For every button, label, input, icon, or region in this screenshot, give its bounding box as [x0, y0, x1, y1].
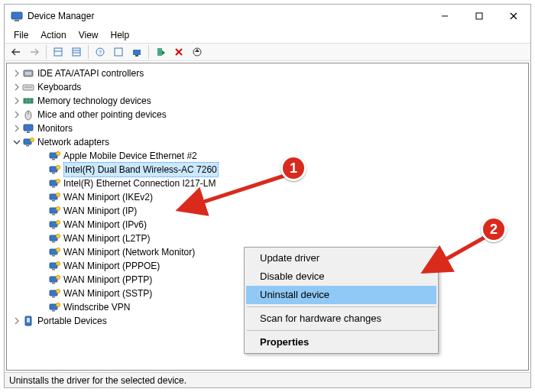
svg-rect-65	[52, 283, 55, 284]
ctx-separator	[247, 330, 436, 331]
ctx-update-driver[interactable]: Update driver	[246, 249, 436, 267]
tree-label: WAN Miniport (PPPOE)	[63, 259, 160, 273]
network-adapter-icon	[48, 232, 60, 245]
toolbar-icon[interactable]	[110, 44, 127, 60]
chevron-icon[interactable]	[11, 82, 22, 92]
tree-label: Apple Mobile Device Ethernet #2	[63, 149, 197, 163]
tree-label: Intel(R) Dual Band Wireless-AC 7260	[63, 162, 219, 177]
ctx-scan-hardware[interactable]: Scan for hardware changes	[246, 309, 436, 328]
svg-point-60	[57, 248, 60, 252]
tree-device[interactable]: Apple Mobile Device Ethernet #2	[7, 149, 528, 163]
menu-help[interactable]: Help	[105, 28, 136, 42]
tree-label: WAN Miniport (IKEv2)	[63, 190, 153, 204]
toolbar-icon[interactable]	[50, 44, 66, 60]
svg-rect-50	[52, 214, 55, 215]
tree-label: WAN Miniport (IP)	[63, 204, 137, 218]
svg-point-72	[57, 303, 60, 307]
svg-point-48	[57, 193, 60, 197]
svg-rect-74	[27, 318, 30, 322]
titlebar: Device Manager	[5, 5, 530, 28]
tree-device[interactable]: WAN Miniport (IKEv2)	[7, 190, 528, 204]
menu-view[interactable]: View	[73, 28, 105, 42]
back-button[interactable]	[8, 44, 24, 60]
svg-point-51	[57, 207, 60, 211]
tree-category[interactable]: Keyboards	[7, 80, 528, 94]
svg-rect-41	[52, 173, 55, 174]
close-button[interactable]	[496, 5, 530, 28]
tree-category[interactable]: Network adapters	[7, 135, 528, 149]
menu-action[interactable]: Action	[34, 28, 72, 42]
tree-label: Memory technology devices	[37, 94, 151, 108]
chevron-icon[interactable]	[11, 109, 22, 120]
toolbar-icon[interactable]	[68, 44, 85, 60]
forward-button[interactable]	[26, 44, 43, 60]
svg-rect-56	[52, 241, 55, 243]
scan-hardware-icon[interactable]	[128, 44, 145, 60]
tree-spacer	[37, 247, 48, 258]
chevron-icon[interactable]	[11, 96, 22, 106]
chevron-icon[interactable]	[11, 316, 22, 326]
window-title: Device Manager	[28, 11, 427, 21]
tree-device[interactable]: Intel(R) Dual Band Wireless-AC 7260	[7, 163, 528, 177]
tree-device[interactable]: Intel(R) Ethernet Connection I217-LM	[7, 177, 528, 190]
tree-label: Keyboards	[37, 80, 81, 94]
svg-rect-15	[135, 55, 138, 57]
chevron-icon[interactable]	[11, 123, 22, 134]
tree-spacer	[37, 302, 48, 313]
tree-spacer	[37, 192, 48, 202]
tree-spacer	[37, 219, 48, 230]
update-icon[interactable]	[189, 44, 206, 60]
annotation-badge-1: 1	[280, 155, 306, 181]
tree-device[interactable]: WAN Miniport (IPv6)	[7, 218, 528, 232]
menu-file[interactable]: File	[8, 28, 34, 42]
tree-spacer	[37, 233, 48, 244]
ctx-uninstall-device[interactable]: Uninstall device	[246, 286, 436, 304]
network-adapter-icon	[48, 274, 60, 286]
svg-point-42	[57, 166, 60, 170]
ctx-disable-device[interactable]: Disable device	[246, 267, 436, 286]
tree-label: Portable Devices	[37, 314, 107, 328]
svg-point-63	[57, 262, 60, 266]
monitor-icon	[22, 122, 34, 134]
tree-label: Monitors	[37, 121, 73, 135]
tree-spacer	[37, 151, 48, 161]
network-adapter-icon	[48, 164, 60, 176]
network-adapter-icon	[48, 219, 60, 231]
network-adapter-icon	[48, 191, 60, 203]
svg-rect-3	[476, 13, 482, 19]
network-adapter-icon	[48, 287, 60, 300]
tree-category[interactable]: Memory technology devices	[7, 94, 528, 108]
svg-point-69	[57, 290, 60, 293]
network-adapter-icon	[48, 205, 60, 217]
tree-category[interactable]: IDE ATA/ATAPI controllers	[7, 66, 528, 80]
tree-label: WAN Miniport (L2TP)	[63, 232, 151, 245]
mouse-icon	[22, 109, 34, 121]
chevron-icon[interactable]	[11, 137, 22, 147]
maximize-button[interactable]	[462, 5, 496, 28]
enable-icon[interactable]	[152, 44, 169, 60]
tree-label: WAN Miniport (SSTP)	[63, 287, 152, 300]
tree-category[interactable]: Mice and other pointing devices	[7, 108, 528, 121]
svg-rect-59	[52, 255, 55, 257]
tree-label: Intel(R) Ethernet Connection I217-LM	[63, 177, 216, 190]
tree-spacer	[37, 261, 48, 271]
tree-label: WAN Miniport (PPTP)	[63, 273, 152, 287]
tree-category[interactable]: Monitors	[7, 121, 528, 135]
tree-device[interactable]: WAN Miniport (L2TP)	[7, 232, 528, 245]
tree-label: IDE ATA/ATAPI controllers	[37, 66, 144, 80]
uninstall-icon[interactable]	[170, 44, 187, 60]
svg-rect-14	[133, 50, 141, 55]
help-icon[interactable]: ?	[92, 44, 109, 60]
minimize-button[interactable]	[427, 5, 462, 28]
svg-marker-17	[162, 50, 165, 55]
svg-rect-53	[52, 228, 55, 229]
tree-device[interactable]: WAN Miniport (IP)	[7, 204, 528, 218]
chevron-icon[interactable]	[11, 68, 22, 79]
svg-rect-6	[54, 48, 62, 56]
ctx-properties[interactable]: Properties	[246, 333, 436, 352]
tree-spacer	[37, 164, 48, 175]
svg-rect-13	[115, 48, 122, 56]
menubar: File Action View Help	[5, 28, 530, 43]
window-controls	[427, 5, 530, 28]
keyboard-icon	[22, 81, 34, 93]
